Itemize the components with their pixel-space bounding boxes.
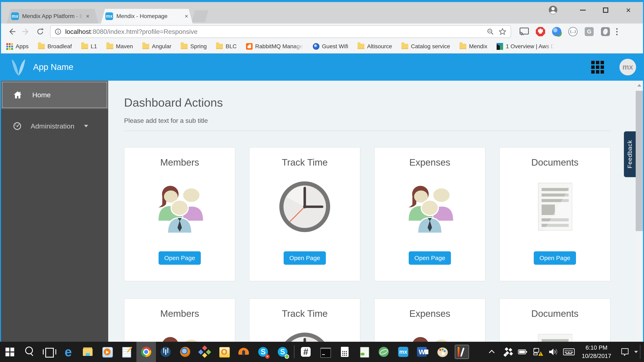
bookmark-l1[interactable]: L1 xyxy=(81,43,97,50)
browser-toolbar: localhost:8080/index.html?profile=Respon… xyxy=(1,23,643,40)
card-track-time: Track Time xyxy=(249,298,360,342)
slack-icon[interactable]: # xyxy=(296,342,316,362)
open-page-button[interactable]: Open Page xyxy=(284,251,326,265)
close-button[interactable]: × xyxy=(617,4,640,17)
bookmark-altisource[interactable]: Altisource xyxy=(358,43,392,50)
action-center-icon[interactable] xyxy=(616,342,634,362)
clock-time: 6:10 PM xyxy=(586,344,608,352)
globe-icon xyxy=(313,43,319,50)
notepad-plus-plus-icon[interactable] xyxy=(354,342,374,362)
file-explorer-icon[interactable] xyxy=(78,342,98,362)
chrome-icon[interactable] xyxy=(136,342,156,362)
skype-busy-icon[interactable]: S× xyxy=(254,342,273,362)
calculator-icon[interactable] xyxy=(335,342,354,362)
online-badge xyxy=(285,354,289,359)
notepad-icon[interactable] xyxy=(117,342,136,362)
atom-icon[interactable] xyxy=(374,342,394,362)
feedback-tab[interactable]: Feedback xyxy=(624,131,636,177)
browser-window: mx Mendix App Platform - B × mx Mendix -… xyxy=(0,0,644,342)
back-icon[interactable] xyxy=(5,24,19,39)
git-extensions-icon[interactable] xyxy=(195,342,214,362)
bookmark-star-icon[interactable] xyxy=(498,27,506,36)
browser-menu-icon[interactable] xyxy=(616,28,618,35)
bookmark-aws-overview[interactable]: 1 Overview | Aws Dev xyxy=(496,43,554,50)
app-grid-icon[interactable] xyxy=(591,61,604,74)
bookmark-catalog-service[interactable]: Catalog service xyxy=(402,43,450,50)
tab-mendix-homepage[interactable]: mx Mendix - Homepage × xyxy=(101,9,193,23)
openvpn-icon[interactable] xyxy=(234,342,254,362)
task-view-icon[interactable] xyxy=(39,342,58,362)
sidebar-item-administration[interactable]: Administration xyxy=(1,118,108,135)
card-documents: Documents xyxy=(499,298,610,342)
forward-icon[interactable] xyxy=(19,24,33,39)
touch-keyboard-icon[interactable] xyxy=(561,342,576,362)
address-bar[interactable]: localhost:8080/index.html?profile=Respon… xyxy=(50,25,511,38)
new-tab-button[interactable] xyxy=(192,10,208,22)
volume-icon[interactable] xyxy=(546,342,561,362)
json-formatter-icon[interactable]: {…} xyxy=(568,26,578,37)
minimize-button[interactable] xyxy=(572,4,594,17)
zoom-icon[interactable] xyxy=(486,27,494,36)
tab-mendix-app-platform[interactable]: mx Mendix App Platform - B × xyxy=(7,9,98,23)
outlook-icon[interactable]: O xyxy=(214,342,234,362)
globe-sync-icon[interactable] xyxy=(552,26,562,37)
bookmark-spring[interactable]: Spring xyxy=(181,43,207,50)
bookmark-broadleaf[interactable]: Broadleaf xyxy=(38,43,72,50)
network-warning-icon[interactable] xyxy=(530,342,546,362)
open-page-button[interactable]: Open Page xyxy=(158,251,201,265)
url-text[interactable]: localhost:8080/index.html?profile=Respon… xyxy=(65,28,482,35)
tray-expand-icon[interactable] xyxy=(484,342,500,362)
info-icon[interactable] xyxy=(54,28,62,35)
folder-icon xyxy=(460,44,466,49)
browser-profile-icon[interactable] xyxy=(548,5,558,14)
bookmark-maven[interactable]: Maven xyxy=(106,43,133,50)
battery-icon[interactable] xyxy=(515,342,530,362)
edge-icon[interactable]: e xyxy=(58,342,78,362)
adblock-icon[interactable] xyxy=(536,26,546,37)
mendix-icon[interactable]: mx xyxy=(394,342,413,362)
show-desktop-divider[interactable] xyxy=(640,345,640,359)
peek-arrow-icon[interactable] xyxy=(634,342,639,362)
taskbar-clock[interactable]: 6:10 PM 10/28/2017 xyxy=(576,344,616,360)
dropbox-icon[interactable] xyxy=(500,342,515,362)
media-player-icon[interactable]: ▶ xyxy=(98,342,117,362)
paint-icon[interactable] xyxy=(432,342,452,362)
user-avatar[interactable]: mx xyxy=(620,59,636,75)
search-icon[interactable] xyxy=(20,342,39,362)
members-image xyxy=(152,179,207,234)
word-icon[interactable]: W xyxy=(413,342,432,362)
page-scrollbar[interactable] xyxy=(636,81,643,342)
reload-icon[interactable] xyxy=(33,24,47,39)
card-title: Expenses xyxy=(409,308,450,319)
bookmark-rabbitmq[interactable]: RabbitMQ Manageme xyxy=(246,43,304,50)
cast-icon[interactable] xyxy=(519,26,529,37)
card-track-time: Track Time Open Page xyxy=(249,147,360,281)
bookmark-mendix[interactable]: Mendix xyxy=(460,43,487,50)
maximize-button[interactable] xyxy=(594,4,617,17)
command-prompt-icon[interactable] xyxy=(316,342,335,362)
bookmark-guest-wifi[interactable]: Guest Wifi xyxy=(313,43,348,50)
scrollbar-up-icon[interactable] xyxy=(636,81,643,90)
scrollbar-thumb[interactable] xyxy=(636,91,643,231)
g-extension-icon[interactable]: G xyxy=(584,26,594,37)
open-page-button[interactable]: Open Page xyxy=(534,251,576,265)
firefox-icon[interactable] xyxy=(176,342,195,362)
bookmark-apps[interactable]: Apps xyxy=(6,43,29,50)
screen-annotator-icon[interactable] xyxy=(455,345,469,359)
sourcetree-icon[interactable] xyxy=(156,342,176,362)
start-button[interactable] xyxy=(0,342,20,362)
tab-close-icon[interactable]: × xyxy=(86,13,90,19)
card-title: Expenses xyxy=(409,157,450,168)
skype-online-icon[interactable]: S xyxy=(273,342,292,362)
open-page-button[interactable]: Open Page xyxy=(409,251,451,265)
mx-favicon: mx xyxy=(11,12,19,20)
postman-icon[interactable] xyxy=(600,26,610,37)
folder-icon xyxy=(181,44,188,49)
busy-badge: × xyxy=(265,354,270,359)
tab-close-icon[interactable]: × xyxy=(184,13,188,19)
folder-icon xyxy=(106,44,113,49)
sidebar-item-home[interactable]: Home xyxy=(1,81,108,109)
main-content: Dashboard Actions Please add text for a … xyxy=(108,81,643,342)
bookmark-angular[interactable]: Angular xyxy=(142,43,172,50)
bookmark-blc[interactable]: BLC xyxy=(216,43,236,50)
